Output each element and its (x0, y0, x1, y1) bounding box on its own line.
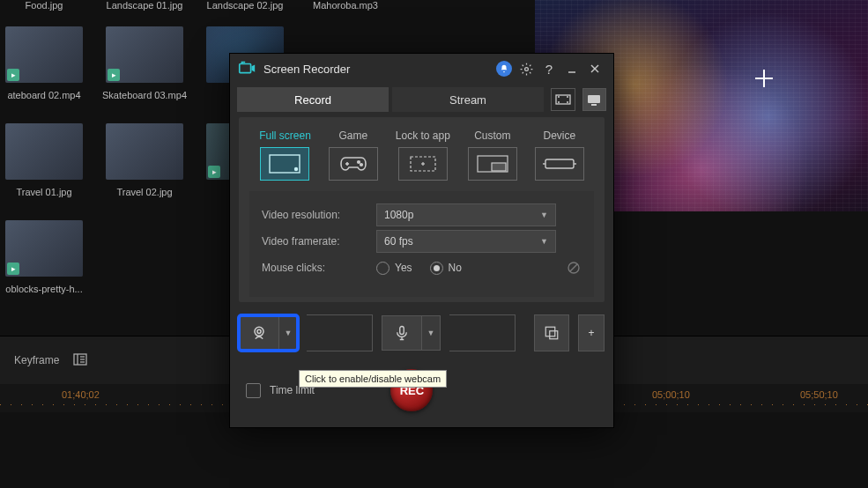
resolution-select[interactable]: 1080p▼ (376, 203, 556, 226)
radio-label: No (449, 262, 462, 274)
mode-label: Lock to app (396, 129, 450, 142)
video-badge-icon: ▸ (7, 69, 19, 81)
svg-point-18 (358, 161, 360, 164)
minimize-button[interactable] (560, 57, 583, 80)
mode-game[interactable]: Game (329, 129, 378, 181)
svg-line-29 (570, 264, 577, 271)
svg-rect-13 (591, 104, 597, 106)
mic-meter (449, 314, 516, 351)
lock-app-icon (398, 147, 448, 181)
capture-mode-panel: Full screen Game Lock to app Custom Devi… (239, 117, 605, 302)
input-sources: ▼ ▼ + (239, 314, 605, 351)
mode-label: Device (544, 129, 576, 142)
framerate-label: Video framerate: (262, 235, 376, 248)
resolution-value: 1080p (384, 209, 413, 221)
webcam-tooltip: Click to enable/disable webcam (299, 370, 447, 388)
ruler-time: 05;00;10 (652, 389, 690, 400)
mouse-clicks-label: Mouse clicks: (262, 262, 376, 274)
svg-rect-32 (400, 327, 404, 335)
mode-device[interactable]: Device (535, 129, 584, 181)
webcam-meter (307, 314, 373, 351)
svg-point-30 (255, 327, 263, 336)
overlay-button[interactable] (534, 314, 569, 351)
thumb-label: oblocks-pretty-h... (5, 284, 82, 294)
chevron-down-icon: ▼ (540, 211, 548, 219)
thumb-label: Travel 02.jpg (116, 187, 172, 197)
mode-label: Game (338, 129, 367, 142)
mode-lock-to-app[interactable]: Lock to app (396, 129, 450, 181)
thumb-label: Travel 01.jpg (16, 187, 71, 197)
keyframe-label: Keyframe (14, 354, 59, 366)
svg-point-15 (295, 168, 298, 171)
svg-point-7 (524, 67, 528, 70)
mouse-clicks-yes[interactable]: Yes (376, 262, 412, 275)
mode-custom[interactable]: Custom (468, 129, 517, 181)
help-icon[interactable]: ? (538, 57, 560, 80)
thumb-label: Skateboard 03.mp4 (102, 90, 187, 100)
device-icon (535, 147, 584, 181)
settings-icon[interactable] (515, 57, 538, 80)
video-badge-icon: ▸ (208, 166, 220, 178)
framerate-select[interactable]: 60 fps▼ (376, 230, 556, 253)
tab-record[interactable]: Record (237, 87, 389, 112)
webcam-dropdown[interactable]: ▼ (279, 315, 298, 351)
thumb-label: Landscape 02.jpg (207, 0, 284, 11)
svg-marker-6 (252, 64, 256, 71)
custom-region-icon (468, 147, 517, 181)
thumb-label: ateboard 02.mp4 (7, 90, 80, 100)
ruler-time: 01;40;02 (62, 389, 100, 400)
monitor-button[interactable] (582, 88, 607, 111)
thumb-label: Landscape 01.jpg (107, 0, 183, 11)
radio-label: Yes (395, 262, 412, 274)
svg-point-19 (360, 164, 363, 166)
mouse-clicks-no[interactable]: No (430, 262, 462, 275)
video-badge-icon: ▸ (108, 69, 120, 81)
svg-rect-33 (545, 327, 555, 336)
titlebar[interactable]: Screen Recorder ? (230, 54, 613, 84)
close-button[interactable] (583, 57, 606, 80)
capture-settings: Video resolution: 1080p▼ Video framerate… (249, 191, 594, 297)
gamepad-icon (329, 147, 378, 181)
svg-rect-34 (550, 331, 558, 339)
thumb-label: Food.jpg (26, 0, 63, 11)
app-logo-icon (237, 59, 256, 78)
mic-dropdown[interactable]: ▼ (422, 315, 441, 351)
fullscreen-icon (260, 147, 309, 181)
tab-stream[interactable]: Stream (392, 87, 544, 112)
add-overlay-button[interactable]: + (578, 314, 605, 351)
disabled-icon (566, 260, 582, 276)
svg-rect-24 (492, 163, 506, 171)
svg-point-31 (257, 329, 261, 333)
mic-toggle[interactable]: ▼ (382, 315, 441, 351)
keyframe-panel-icon[interactable] (73, 353, 87, 368)
screen-recorder-dialog: Screen Recorder ? Record Stream Full scr… (229, 53, 614, 428)
dialog-title: Screen Recorder (263, 63, 496, 76)
video-badge-icon: ▸ (7, 262, 19, 275)
webcam-icon[interactable] (239, 315, 279, 351)
framerate-value: 60 fps (384, 235, 413, 248)
svg-rect-25 (545, 159, 574, 168)
ruler-time: 05;50;10 (800, 389, 838, 400)
mode-label: Custom (474, 129, 510, 142)
chevron-down-icon: ▼ (540, 237, 548, 246)
thumb-label: Mahoroba.mp3 (313, 0, 378, 11)
notifications-icon[interactable] (496, 61, 512, 77)
aspect-button[interactable] (551, 88, 575, 111)
resolution-label: Video resolution: (262, 209, 376, 221)
time-limit-checkbox[interactable] (246, 383, 261, 398)
svg-rect-12 (588, 95, 600, 103)
mode-label: Full screen (259, 129, 311, 142)
mode-fullscreen[interactable]: Full screen (259, 129, 311, 181)
webcam-toggle[interactable]: ▼ (239, 315, 298, 351)
svg-rect-5 (240, 64, 251, 73)
microphone-icon[interactable] (382, 315, 422, 351)
